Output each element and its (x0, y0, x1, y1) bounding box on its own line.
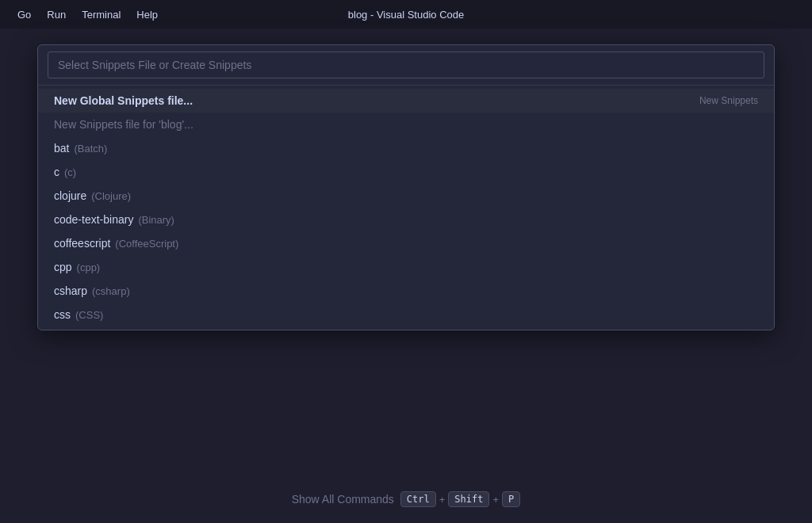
item-name: code-text-binary (54, 213, 133, 226)
keyboard-shortcut: Ctrl + Shift + P (400, 491, 520, 507)
kbd-p: P (502, 491, 520, 507)
list-item[interactable]: coffeescript (CoffeeScript) (38, 231, 774, 255)
item-name: cpp (54, 261, 72, 273)
item-left: c (c) (54, 166, 76, 178)
menubar: Go Run Terminal Help blog - Visual Studi… (0, 0, 812, 29)
list-item[interactable]: code-text-binary (Binary) (38, 208, 774, 231)
list-item[interactable]: bat (Batch) (38, 136, 774, 160)
item-description: (c) (64, 166, 76, 178)
item-description: (Binary) (138, 214, 174, 226)
show-all-commands-label: Show All Commands (292, 493, 394, 506)
list-item[interactable]: New Snippets file for 'blog'... (38, 113, 774, 136)
item-description: (Clojure) (91, 190, 131, 202)
kbd-sep-1: + (439, 494, 446, 506)
item-left: clojure (Clojure) (54, 189, 131, 202)
item-left: css (CSS) (54, 308, 103, 321)
item-name: c (54, 166, 59, 178)
item-left: New Global Snippets file... (54, 94, 193, 107)
item-left: cpp (cpp) (54, 261, 100, 273)
menu-help[interactable]: Help (128, 6, 166, 24)
window-title: blog - Visual Studio Code (348, 9, 464, 21)
item-description: (cpp) (77, 262, 101, 273)
item-description: (csharp) (92, 285, 130, 297)
item-name: css (54, 308, 71, 321)
snippets-list: New Global Snippets file... New Snippets… (38, 86, 774, 330)
list-item[interactable]: cpp (cpp) (38, 255, 774, 279)
menu-run[interactable]: Run (39, 6, 74, 24)
search-wrapper (38, 45, 774, 86)
main-area: New Global Snippets file... New Snippets… (0, 29, 812, 523)
item-left: coffeescript (CoffeeScript) (54, 237, 178, 250)
command-palette: New Global Snippets file... New Snippets… (37, 44, 775, 330)
kbd-sep-2: + (492, 494, 499, 506)
item-name: bat (54, 142, 69, 155)
list-item[interactable]: css (CSS) (38, 303, 774, 326)
list-item[interactable]: New Global Snippets file... New Snippets (38, 89, 774, 113)
item-description: (Batch) (74, 143, 107, 155)
item-description: (CoffeeScript) (115, 238, 178, 250)
bottom-bar: Show All Commands Ctrl + Shift + P (0, 475, 812, 523)
item-left: New Snippets file for 'blog'... (54, 118, 193, 131)
menu-terminal[interactable]: Terminal (74, 6, 128, 24)
menu-go[interactable]: Go (10, 6, 39, 24)
item-description: (CSS) (75, 309, 103, 321)
search-input[interactable] (48, 52, 764, 78)
item-name: New Snippets file for 'blog'... (54, 118, 193, 131)
item-name: clojure (54, 189, 86, 202)
kbd-shift: Shift (448, 491, 489, 507)
item-name: csharp (54, 284, 87, 297)
list-item[interactable]: c (c) (38, 160, 774, 184)
item-left: bat (Batch) (54, 142, 107, 155)
item-left: csharp (csharp) (54, 284, 130, 297)
kbd-ctrl: Ctrl (400, 491, 436, 507)
list-item[interactable]: csharp (csharp) (38, 279, 774, 303)
item-badge: New Snippets (699, 95, 758, 106)
item-left: code-text-binary (Binary) (54, 213, 174, 226)
item-name: coffeescript (54, 237, 110, 250)
item-name: New Global Snippets file... (54, 94, 193, 107)
list-item[interactable]: clojure (Clojure) (38, 184, 774, 208)
